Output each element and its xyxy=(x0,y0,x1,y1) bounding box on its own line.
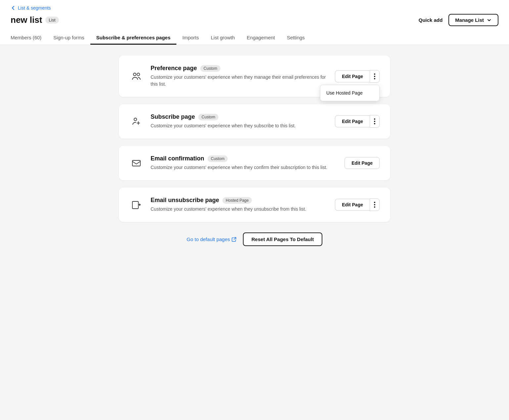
unsubscribe-edit-page-button[interactable]: Edit Page xyxy=(335,199,370,211)
svg-point-2 xyxy=(374,73,375,75)
tab-subscribe-preferences[interactable]: Subscribe & preferences pages xyxy=(90,31,176,45)
subscribe-more-button[interactable] xyxy=(370,115,380,128)
tab-imports[interactable]: Imports xyxy=(176,31,205,45)
subscribe-icon xyxy=(129,114,143,128)
unsubscribe-page-desc: Customize your customers' experience whe… xyxy=(151,206,328,213)
manage-list-button[interactable]: Manage List xyxy=(448,14,498,26)
preference-dropdown-menu: Use Hosted Page xyxy=(320,85,380,101)
preference-more-button[interactable] xyxy=(370,70,380,83)
tab-settings[interactable]: Settings xyxy=(281,31,311,45)
svg-point-4 xyxy=(374,78,375,79)
preference-page-card: Preference page Custom Customize your cu… xyxy=(119,56,390,97)
svg-point-0 xyxy=(133,73,136,76)
unsubscribe-page-badge: Hosted Page xyxy=(222,197,252,204)
unsubscribe-page-title: Email unsubscribe page xyxy=(151,197,219,204)
subscribe-page-actions: Edit Page xyxy=(335,115,380,128)
subscribe-page-card: Subscribe page Custom Customize your cus… xyxy=(119,104,390,139)
subscribe-page-desc: Customize your customers' experience whe… xyxy=(151,122,328,129)
chevron-down-icon xyxy=(486,18,492,23)
svg-point-13 xyxy=(374,202,375,203)
external-link-icon xyxy=(232,237,236,242)
email-confirmation-actions: Edit Page xyxy=(345,157,380,169)
preference-page-actions: Edit Page Use Hosted Page xyxy=(335,70,380,83)
preference-page-desc: Customize your customers' experience whe… xyxy=(151,74,328,88)
svg-point-3 xyxy=(374,76,375,77)
email-confirmation-badge: Custom xyxy=(208,155,228,162)
use-hosted-page-item[interactable]: Use Hosted Page xyxy=(320,87,379,99)
svg-point-5 xyxy=(134,118,137,121)
svg-point-10 xyxy=(374,123,375,124)
unsubscribe-page-actions: Edit Page xyxy=(335,198,380,211)
svg-point-9 xyxy=(374,121,375,122)
svg-point-8 xyxy=(374,118,375,120)
preference-page-badge: Custom xyxy=(200,65,220,72)
go-default-label: Go to default pages xyxy=(187,236,230,242)
unsubscribe-page-card: Email unsubscribe page Hosted Page Custo… xyxy=(119,188,390,222)
page-title: new list xyxy=(11,15,42,25)
more-icon xyxy=(374,118,375,124)
email-confirmation-title: Email confirmation xyxy=(151,155,204,162)
svg-point-1 xyxy=(137,73,140,76)
svg-point-14 xyxy=(374,204,375,205)
list-type-badge: List xyxy=(45,17,59,23)
reset-all-pages-button[interactable]: Reset All Pages To Default xyxy=(243,232,322,246)
tabs-row: Members (60) Sign-up forms Subscribe & p… xyxy=(11,31,498,45)
email-confirmation-edit-page-button[interactable]: Edit Page xyxy=(345,157,380,169)
back-link-label: List & segments xyxy=(18,5,51,11)
unsubscribe-icon xyxy=(129,198,143,212)
arrow-left-icon xyxy=(11,5,16,11)
preference-edit-page-button[interactable]: Edit Page xyxy=(335,70,370,82)
email-icon xyxy=(129,156,143,170)
more-icon xyxy=(374,73,375,79)
more-icon xyxy=(374,202,375,208)
back-link[interactable]: List & segments xyxy=(11,5,498,11)
svg-rect-11 xyxy=(132,160,140,166)
unsubscribe-more-button[interactable] xyxy=(370,198,380,211)
tab-list-growth[interactable]: List growth xyxy=(205,31,241,45)
subscribe-edit-page-button[interactable]: Edit Page xyxy=(335,115,370,127)
subscribe-page-title: Subscribe page xyxy=(151,113,195,120)
tab-signup-forms[interactable]: Sign-up forms xyxy=(47,31,90,45)
quick-add-button[interactable]: Quick add xyxy=(417,15,444,25)
preference-icon xyxy=(129,69,143,83)
tab-engagement[interactable]: Engagement xyxy=(241,31,281,45)
subscribe-page-badge: Custom xyxy=(198,114,218,120)
footer-actions: Go to default pages Reset All Pages To D… xyxy=(119,232,390,246)
svg-rect-12 xyxy=(132,201,138,209)
svg-point-15 xyxy=(374,206,375,208)
email-confirmation-desc: Customize your customers' experience whe… xyxy=(151,164,337,171)
preference-page-title: Preference page xyxy=(151,65,197,72)
tab-members[interactable]: Members (60) xyxy=(11,31,47,45)
email-confirmation-card: Email confirmation Custom Customize your… xyxy=(119,146,390,180)
go-to-default-pages-link[interactable]: Go to default pages xyxy=(187,236,236,242)
